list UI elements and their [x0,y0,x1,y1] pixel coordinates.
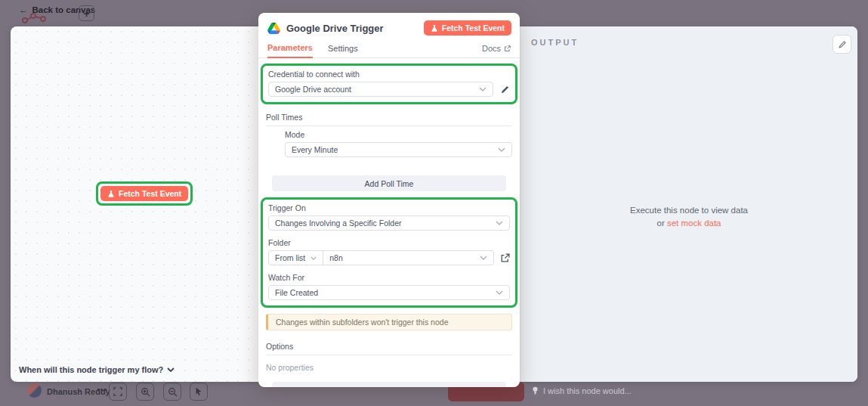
google-drive-trigger-modal: Google Drive Trigger Fetch Test Event Pa… [258,13,520,387]
output-empty-state: Execute this node to view data or set mo… [520,204,857,229]
trigger-on-select[interactable]: Changes Involving a Specific Folder [268,215,510,231]
trigger-settings-highlight: Trigger On Changes Involving a Specific … [261,197,517,308]
options-empty-text: No properties [266,363,512,372]
google-drive-icon [267,23,280,34]
credential-value: Google Drive account [275,85,351,94]
credential-select[interactable]: Google Drive account [268,82,493,97]
zoom-in-icon [141,387,150,397]
folder-mode-value: From list [275,253,305,262]
fetch-test-event-button[interactable]: Fetch Test Event [100,186,188,201]
mode-label: Mode [285,130,512,139]
credential-highlight: Credential to connect with Google Drive … [261,64,517,104]
chevron-down-icon [496,221,503,225]
folder-value-select[interactable]: n8n [323,253,480,262]
parameters-form: Credential to connect with Google Drive … [258,58,520,387]
watch-for-value: File Created [275,288,318,297]
output-empty-prefix: or [656,218,664,228]
edit-output-button[interactable] [832,35,851,54]
fit-view-button[interactable] [109,383,127,401]
trigger-question-label: When will this node trigger my flow? [19,365,163,374]
docs-link[interactable]: Docs [482,44,511,57]
options-section-label: Options [266,336,512,355]
plus-icon: + [83,8,89,20]
poll-times-section-label: Poll Times [266,107,512,126]
edit-credential-button[interactable] [500,85,510,95]
zoom-out-icon [168,387,178,397]
chevron-down-icon [167,367,175,372]
folder-label: Folder [268,238,510,247]
user-avatar[interactable] [27,383,42,398]
flask-icon [107,190,115,198]
open-folder-external-button[interactable] [500,253,510,263]
fit-view-icon [113,387,122,396]
folder-value: n8n [329,253,343,262]
pointer-icon [194,387,203,396]
add-option-button[interactable]: Add option [272,382,506,387]
chevron-down-icon [479,87,487,91]
modal-title: Google Drive Trigger [286,23,424,34]
add-node-button[interactable]: + [79,5,94,21]
docs-label: Docs [482,44,501,53]
trigger-question-toggle[interactable]: When will this node trigger my flow? [19,365,175,374]
zoom-in-button[interactable] [136,383,154,401]
credential-label: Credential to connect with [268,70,510,79]
output-panel: OUTPUT Execute this node to view data or… [520,26,857,382]
chevron-down-icon [496,290,503,295]
user-menu-ellipsis[interactable]: ••• [97,385,108,394]
mode-select[interactable]: Every Minute [285,142,512,157]
zoom-out-button[interactable] [163,383,181,401]
modal-fetch-label: Fetch Test Event [442,23,505,33]
trigger-on-label: Trigger On [268,203,510,212]
interaction-mode-button[interactable] [190,383,208,401]
modal-header: Google Drive Trigger Fetch Test Event [258,13,520,39]
wish-text: I wish this node would... [543,386,632,395]
subfolder-notice: Changes within subfolders won't trigger … [266,314,512,330]
pencil-icon [838,40,847,49]
output-empty-line1: Execute this node to view data [520,204,857,217]
modal-fetch-test-event-button[interactable]: Fetch Test Event [424,20,511,36]
trigger-on-value: Changes Involving a Specific Folder [275,218,402,228]
external-link-icon [500,253,510,263]
tab-parameters[interactable]: Parameters [267,43,313,58]
folder-mode-select[interactable]: From list [269,251,323,265]
chevron-down-icon [480,256,493,260]
chevron-down-icon [498,147,505,152]
arrow-left-icon: ← [19,5,28,14]
fetch-test-event-label: Fetch Test Event [119,189,181,198]
lightbulb-icon [532,386,539,395]
output-panel-title: OUTPUT [531,38,579,47]
watch-for-select[interactable]: File Created [268,285,510,300]
add-poll-time-button[interactable]: Add Poll Time [272,175,506,191]
chevron-down-icon [310,256,317,260]
modal-tabs: Parameters Settings Docs [258,39,520,58]
fetch-test-event-highlight: Fetch Test Event [96,181,193,206]
node-wish-prompt[interactable]: I wish this node would... [532,386,632,395]
folder-combo: From list n8n [268,250,494,265]
mode-value: Every Minute [292,145,338,154]
flask-icon [431,24,438,33]
pencil-icon [500,85,510,95]
tab-settings[interactable]: Settings [328,44,358,57]
external-link-icon [504,45,511,52]
set-mock-data-link[interactable]: set mock data [667,218,721,228]
watch-for-label: Watch For [268,273,510,282]
